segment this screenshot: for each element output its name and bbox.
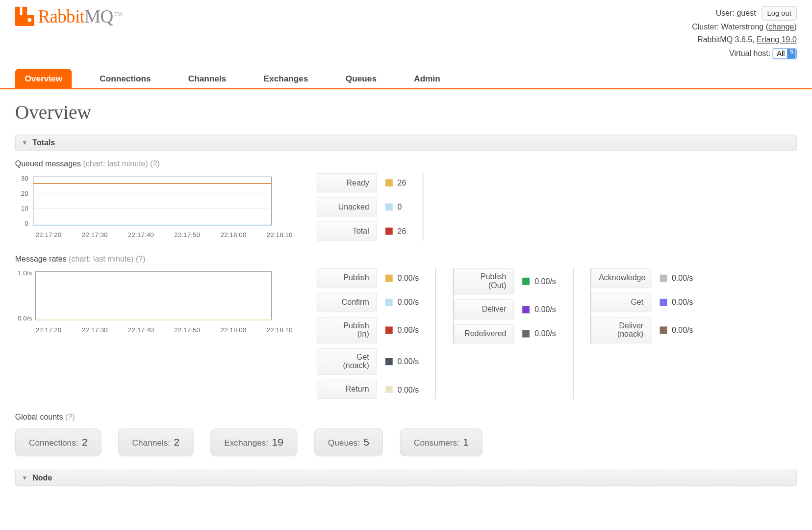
swatch-icon xyxy=(385,179,393,186)
rates-legend: Publish0.00/sConfirm0.00/sPublish(In)0.0… xyxy=(317,268,693,399)
swatch-icon xyxy=(523,278,530,285)
legend-label: Publish(Out) xyxy=(454,268,514,295)
queued-subtitle: Queued messages (chart: last minute) (?) xyxy=(15,159,797,168)
count-button[interactable]: Consumers: 1 xyxy=(400,429,482,457)
svg-text:20: 20 xyxy=(21,189,28,197)
count-button[interactable]: Queues: 5 xyxy=(314,429,383,457)
count-value: 1 xyxy=(463,437,469,449)
count-label: Channels: xyxy=(132,438,171,448)
user-label: User: xyxy=(716,8,735,17)
tab-connections[interactable]: Connections xyxy=(90,69,161,88)
legend-row[interactable]: Deliver(noack)0.00/s xyxy=(591,317,693,344)
legend-label: Ready xyxy=(317,173,377,192)
chevron-down-icon: ▼ xyxy=(22,139,27,146)
svg-point-3 xyxy=(27,18,31,22)
rates-legend-col: Acknowledge0.00/sGet0.00/sDeliver(noack)… xyxy=(590,268,693,344)
tab-queues[interactable]: Queues xyxy=(336,69,386,88)
swatch-icon xyxy=(523,330,530,338)
legend-row[interactable]: Get(noack)0.00/s xyxy=(317,348,419,375)
legend-row[interactable]: Unacked0 xyxy=(317,197,406,217)
legend-value: 0.00/s xyxy=(534,277,556,286)
header: RabbitMQTM User: guest Log out Cluster: … xyxy=(0,0,812,60)
count-value: 5 xyxy=(363,437,369,449)
erlang-link[interactable]: Erlang 19.0 xyxy=(757,35,797,44)
legend-label: Deliver(noack) xyxy=(591,317,651,344)
legend-label: Deliver xyxy=(454,300,514,319)
svg-text:1.0/s: 1.0/s xyxy=(18,269,32,277)
queued-xaxis: 22:17:20 22:17:30 22:17:40 22:17:50 22:1… xyxy=(15,231,293,238)
change-cluster-link[interactable]: change xyxy=(768,23,794,31)
section-totals-toggle[interactable]: ▼ Totals xyxy=(15,134,797,151)
svg-rect-16 xyxy=(36,272,272,320)
swatch-icon xyxy=(523,306,530,313)
rabbitmq-icon xyxy=(15,7,34,26)
legend-row[interactable]: Total26 xyxy=(317,222,406,241)
svg-rect-8 xyxy=(33,177,272,225)
legend-row[interactable]: Return0.00/s xyxy=(317,380,419,399)
logout-button[interactable]: Log out xyxy=(761,6,796,21)
legend-value: 0.00/s xyxy=(672,273,693,282)
cluster-value: Waterstrong xyxy=(721,23,764,31)
nav-tabs: Overview Connections Channels Exchanges … xyxy=(0,69,812,89)
chevron-down-icon: ▼ xyxy=(22,475,27,481)
tab-exchanges[interactable]: Exchanges xyxy=(254,69,318,88)
count-label: Exchanges: xyxy=(224,438,268,448)
logo[interactable]: RabbitMQTM xyxy=(15,6,122,26)
tab-channels[interactable]: Channels xyxy=(178,69,236,88)
count-value: 2 xyxy=(82,437,88,449)
legend-row[interactable]: Ready26 xyxy=(317,173,406,192)
legend-row[interactable]: Redelivered0.00/s xyxy=(454,324,556,344)
count-value: 19 xyxy=(272,437,283,449)
swatch-icon xyxy=(385,274,393,282)
tab-admin[interactable]: Admin xyxy=(405,69,450,88)
legend-value: 0.00/s xyxy=(672,298,693,307)
queued-chart: 30 20 10 0 22:17:20 xyxy=(15,173,293,238)
count-button[interactable]: Exchanges: 19 xyxy=(210,429,297,457)
count-button[interactable]: Channels: 2 xyxy=(118,429,193,457)
legend-value: 0.00/s xyxy=(534,329,556,338)
legend-label: Publish(In) xyxy=(317,317,377,344)
legend-label: Redelivered xyxy=(454,324,514,344)
page-title: Overview xyxy=(15,101,797,124)
legend-row[interactable]: Get0.00/s xyxy=(591,292,693,312)
legend-value: 0 xyxy=(398,203,402,212)
svg-text:30: 30 xyxy=(21,174,28,182)
vhost-select[interactable]: All xyxy=(773,48,797,59)
swatch-icon xyxy=(660,274,667,282)
divider xyxy=(573,268,573,399)
legend-row[interactable]: Publish0.00/s xyxy=(317,268,419,288)
count-button[interactable]: Connections: 2 xyxy=(15,429,102,457)
section-node-toggle[interactable]: ▼ Node xyxy=(15,470,797,486)
section-totals-label: Totals xyxy=(32,138,55,147)
count-label: Queues: xyxy=(328,438,360,448)
legend-label: Publish xyxy=(317,268,377,288)
legend-row[interactable]: Deliver0.00/s xyxy=(454,300,556,319)
legend-value: 0.00/s xyxy=(398,326,419,335)
legend-row[interactable]: Acknowledge0.00/s xyxy=(591,268,693,288)
rates-legend-col: Publish0.00/sConfirm0.00/sPublish(In)0.0… xyxy=(317,268,419,399)
logo-text: RabbitMQTM xyxy=(38,6,122,26)
tab-overview[interactable]: Overview xyxy=(15,69,72,88)
legend-label: Total xyxy=(317,222,377,241)
queued-legend: Ready26Unacked0Total26 xyxy=(317,173,406,241)
legend-label: Get(noack) xyxy=(317,348,377,375)
legend-row[interactable]: Confirm0.00/s xyxy=(317,292,419,312)
legend-row[interactable]: Publish(Out)0.00/s xyxy=(454,268,556,295)
swatch-icon xyxy=(385,358,393,365)
legend-value: 0.00/s xyxy=(672,326,693,335)
legend-value: 26 xyxy=(398,227,406,236)
legend-value: 0.00/s xyxy=(398,273,419,282)
swatch-icon xyxy=(385,299,393,306)
count-label: Consumers: xyxy=(414,438,459,448)
legend-row[interactable]: Publish(In)0.00/s xyxy=(317,317,419,344)
svg-text:0: 0 xyxy=(25,219,28,227)
cluster-label: Cluster: xyxy=(692,23,719,31)
legend-value: 0.00/s xyxy=(398,385,419,394)
global-counts-row: Connections: 2Channels: 2Exchanges: 19Qu… xyxy=(15,429,797,457)
vhost-label: Virtual host: xyxy=(729,49,770,58)
legend-label: Return xyxy=(317,380,377,399)
legend-label: Get xyxy=(591,292,651,312)
legend-value: 0.00/s xyxy=(398,298,419,307)
global-counts-title: Global counts (?) xyxy=(15,412,797,421)
divider xyxy=(436,268,436,399)
